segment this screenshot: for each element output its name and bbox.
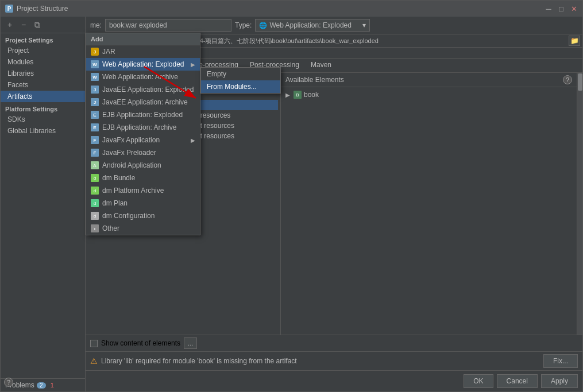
elements-tree: ▶ B book [281,87,577,335]
add-menu-header: Add [86,33,200,45]
ejb-exploded-icon: E [91,111,99,119]
jar-icon: J [91,48,99,56]
sidebar-item-facets[interactable]: Facets [1,79,85,91]
artifact-name-input[interactable] [105,19,231,32]
title-bar-buttons: ─ □ ✕ [545,5,578,13]
dm-config-icon: d [91,212,99,220]
elements-panel: Available Elements ? ▶ B book [281,73,577,335]
javafx-arrow-icon: ▶ [191,137,195,143]
ok-button[interactable]: OK [464,374,493,388]
add-menu-dm-plan[interactable]: d dm Plan [86,197,200,209]
warning-icon: ⚠ [90,356,98,366]
add-menu-web-archive[interactable]: W Web Application: Archive [86,71,200,83]
add-menu-dm-bundle-label: dm Bundle [102,174,135,182]
element-book[interactable]: ▶ B book [283,90,574,100]
element-label: book [304,91,319,99]
book-icon: B [294,91,302,99]
add-menu-ejb-exploded[interactable]: E EJB Application: Exploded [86,108,200,121]
add-artifact-button[interactable]: + [4,19,16,30]
type-chevron-icon: ▾ [362,21,366,29]
ejb-archive-icon: E [91,123,99,131]
type-label: Type: [235,21,252,29]
elements-panel-header: Available Elements ? [281,73,577,87]
sidebar-item-libraries[interactable]: Libraries [1,68,85,79]
bottom-help-icon[interactable]: ? [4,378,13,387]
sidebar-item-modules[interactable]: Modules [1,56,85,68]
problems-badge: 2 [37,382,46,389]
add-menu-javaee-archive[interactable]: J JavaEE Application: Archive [86,96,200,108]
sidebar-item-global-libraries[interactable]: Global Libraries [1,125,85,137]
add-menu-dm-platform-label: dm Platform Archive [102,187,164,195]
close-button[interactable]: ✕ [570,5,578,13]
add-menu-dm-plan-label: dm Plan [102,199,128,207]
remove-artifact-button[interactable]: − [18,19,29,30]
add-menu-dm-platform[interactable]: d dm Platform Archive [86,184,200,197]
add-menu-dm-config[interactable]: d dm Configuration [86,209,200,222]
available-elements-title: Available Elements [285,76,344,84]
add-menu-web-exploded-label: Web Application: Exploded [102,60,184,68]
type-select[interactable]: 🌐 Web Application: Exploded ▾ [255,19,370,32]
other-icon: • [91,224,99,232]
android-icon: A [91,161,99,169]
add-menu-dm-bundle[interactable]: d dm Bundle [86,172,200,184]
type-icon: 🌐 [259,22,267,29]
name-label: me: [90,21,102,29]
add-menu-ejb-archive-label: EJB Application: Archive [102,123,176,131]
add-menu-android[interactable]: A Android Application [86,159,200,172]
add-menu-javaee-exploded[interactable]: J JavaEE Application: Exploded [86,83,200,96]
sidebar-item-project[interactable]: Project [1,45,85,56]
scrollbar[interactable] [577,73,582,335]
sidebar-item-sdks[interactable]: SDKs [1,114,85,125]
problems-red-number: 1 [51,382,54,389]
sidebar-item-artifacts[interactable]: Artifacts [1,91,85,102]
sub-menu: Empty From Modules... [200,67,281,94]
add-menu-javaee-exploded-label: JavaEE Application: Exploded [102,86,194,94]
add-menu-javafx-label: JavaFx Application [102,136,160,144]
project-settings-label: Project Settings [1,33,85,45]
add-menu-web-archive-label: Web Application: Archive [102,73,178,81]
add-menu-ejb-archive[interactable]: E EJB Application: Archive [86,121,200,134]
warning-text: Library 'lib' required for module 'book'… [101,357,297,365]
submenu-arrow-icon: ▶ [191,61,195,68]
form-row: me: Type: 🌐 Web Application: Exploded ▾ [90,19,578,32]
element-arrow-icon: ▶ [285,92,290,98]
add-menu-javafx-preloader[interactable]: F JavaFx Preloader [86,146,200,159]
content-toolbar: me: Type: 🌐 Web Application: Exploded ▾ [86,17,582,34]
add-menu-other-label: Other [102,224,119,232]
add-menu-jar-label: JAR [102,48,115,56]
dm-plan-icon: d [91,199,99,207]
sidebar: + − ⧉ Project Settings Project Modules L… [1,17,86,391]
apply-button[interactable]: Apply [541,374,578,388]
cancel-button[interactable]: Cancel [497,374,538,388]
title-bar: P Project Structure ─ □ ✕ [1,1,582,17]
scrollbar-thumb [578,73,582,91]
fix-button[interactable]: Fix... [543,354,578,368]
tab-maven[interactable]: Maven [305,59,337,72]
sub-menu-empty[interactable]: Empty [201,68,280,80]
add-menu-jar[interactable]: J JAR [86,45,200,58]
javaee-exploded-icon: J [91,86,99,94]
problems-section[interactable]: Problems 2 1 [1,378,85,391]
available-elements-help-icon[interactable]: ? [563,75,572,84]
type-value: Web Application: Exploded [269,21,352,29]
show-content-checkbox[interactable] [90,340,98,347]
web-archive-icon: W [91,73,99,81]
add-menu-dm-config-label: dm Configuration [102,212,155,220]
add-menu-javafx[interactable]: F JavaFx Application ▶ [86,134,200,146]
add-menu-web-exploded[interactable]: W Web Application: Exploded ▶ [86,58,200,71]
minimize-button[interactable]: ─ [545,5,553,13]
copy-artifact-button[interactable]: ⧉ [32,19,43,30]
warning-bar: ⚠ Library 'lib' required for module 'boo… [86,351,582,370]
sub-menu-from-modules[interactable]: From Modules... [201,80,280,93]
web-exploded-icon: W [91,60,99,68]
browse-folder-button[interactable]: 📁 [569,36,580,46]
window-title: Project Structure [17,5,68,13]
add-menu-other[interactable]: • Other [86,222,200,235]
dm-platform-icon: d [91,187,99,195]
show-content-button[interactable]: ... [184,337,197,349]
app-icon: P [5,5,13,13]
javaee-archive-icon: J [91,98,99,106]
maximize-button[interactable]: □ [557,5,565,13]
javafx-preloader-icon: F [91,149,99,157]
add-menu-android-label: Android Application [102,161,161,169]
